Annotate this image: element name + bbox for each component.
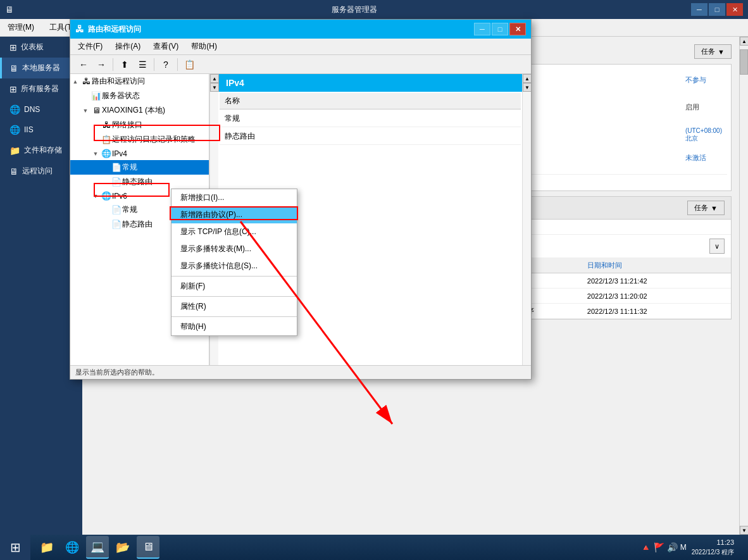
tree-item[interactable]: ▼ 🖥 XIAOXING1 (本地): [70, 103, 209, 118]
rra-title-text: 路由和远程访问: [88, 24, 141, 35]
toolbar-view-btn[interactable]: ☰: [134, 58, 151, 72]
prop-value2[interactable]: 不参与: [680, 68, 727, 91]
taskbar-date: 2022/12/3 程序: [692, 548, 734, 557]
tree-item[interactable]: ▲ 🖧 路由和远程访问: [70, 74, 209, 89]
ctx-refresh[interactable]: 刷新(F): [171, 278, 297, 295]
taskbar-pinned-icons: 📁 🌐 💻 📂 🖥: [30, 536, 165, 559]
rra-content-row[interactable]: 常规: [220, 111, 521, 127]
tree-scroll-up[interactable]: ▲: [210, 74, 219, 83]
windows-icon: ⊞: [10, 540, 21, 555]
scroll-up-btn[interactable]: ▲: [740, 37, 748, 46]
tree-expand-icon: ▼: [90, 193, 101, 199]
sm-title-icon: 🖥: [5, 4, 14, 15]
rra-row-name: 常规: [220, 111, 521, 127]
sm-titlebar: 🖥 服务器管理器 ─ □ ✕: [0, 0, 748, 19]
rra-menu-file[interactable]: 文件(F): [75, 40, 105, 53]
tree-item[interactable]: 📋 远程访问日志记录和策略: [70, 132, 209, 147]
ctx-new-interface[interactable]: 新增接口(I)...: [171, 189, 297, 206]
rra-restore-btn[interactable]: □: [492, 23, 508, 35]
taskbar-network-icon: 🔺: [640, 542, 651, 552]
ctx-help[interactable]: 帮助(H): [171, 318, 297, 335]
sm-maximize-btn[interactable]: □: [709, 3, 725, 16]
tree-item-icon: 📄: [111, 205, 122, 215]
tree-item-icon: 📋: [101, 135, 112, 144]
tree-item-label: 服务器状态: [102, 90, 206, 101]
rra-menu-action[interactable]: 操作(A): [113, 40, 143, 53]
tree-item-label: 网络接口: [112, 120, 206, 130]
tree-item[interactable]: 📄 静态路由: [70, 175, 209, 189]
tree-scroll-down[interactable]: ▼: [210, 83, 219, 92]
sm-minimize-btn[interactable]: ─: [691, 3, 707, 16]
rra-scroll-down[interactable]: ▼: [523, 83, 531, 92]
sidebar-item-label: 所有服务器: [21, 84, 59, 94]
main-scrollbar[interactable]: ▲ ▼: [739, 37, 748, 535]
taskbar-powershell[interactable]: 💻: [86, 536, 109, 559]
toolbar-sep3: [177, 58, 178, 71]
tree-item[interactable]: 🖧 网络接口: [70, 118, 209, 132]
sm-menu-manage[interactable]: 管理(M): [5, 21, 37, 34]
tree-item[interactable]: 📊 服务器状态: [70, 89, 209, 103]
iis-icon: 🌐: [9, 125, 20, 135]
rra-body: ▲ 🖧 路由和远程访问 📊 服务器状态 ▼ 🖥 XIAOXING1 (本地) 🖧…: [70, 74, 531, 365]
rra-menu-view[interactable]: 查看(V): [151, 40, 181, 53]
rra-content-header: IPv4: [218, 74, 522, 92]
files-icon: 📁: [9, 146, 20, 156]
tree-item-icon: 📄: [111, 177, 122, 187]
ctx-show-multicast-table[interactable]: 显示多播转发表(M)...: [171, 240, 297, 258]
start-button[interactable]: ⊞: [0, 535, 30, 560]
event-datetime: 2022/12/3 11:21:42: [582, 273, 731, 289]
tree-item-icon: 🖧: [101, 120, 112, 130]
rra-content-row[interactable]: 静态路由: [220, 128, 521, 145]
ctx-show-multicast-stats[interactable]: 显示多播统计信息(S)...: [171, 258, 297, 275]
taskbar-clock[interactable]: 11:23 2022/12/3 程序: [692, 538, 734, 556]
sm-win-controls: ─ □ ✕: [691, 3, 743, 16]
tree-item-icon: 📄: [111, 163, 122, 172]
events-task-button[interactable]: 任务 ▼: [687, 201, 725, 215]
tree-item-label: XIAOXING1 (本地): [102, 105, 206, 116]
taskbar-ie[interactable]: 🌐: [61, 536, 84, 559]
event-datetime: 2022/12/3 11:20:02: [582, 289, 731, 304]
tree-item-label: 静态路由: [122, 177, 206, 187]
tree-item-icon: 🌐: [101, 149, 112, 158]
ctx-new-protocol[interactable]: 新增路由协议(P)...: [171, 206, 297, 223]
scroll-down-btn[interactable]: ▼: [740, 526, 748, 535]
ctx-show-tcp[interactable]: 显示 TCP/IP 信息(C)...: [171, 223, 297, 240]
tree-item-icon: 📊: [90, 91, 102, 101]
scroll-thumb[interactable]: [740, 49, 748, 75]
toolbar-help-btn[interactable]: ?: [158, 58, 174, 72]
task-button-top[interactable]: 任务 ▼: [694, 44, 732, 59]
tree-item-icon: 🌐: [101, 191, 112, 201]
toolbar-up-btn[interactable]: ⬆: [116, 58, 133, 72]
tree-item[interactable]: ▼ 🌐 IPv4: [70, 147, 209, 160]
all-servers-icon: ⊞: [9, 84, 17, 94]
rra-minimize-btn[interactable]: ─: [474, 23, 490, 35]
taskbar-file-explorer[interactable]: 📁: [35, 536, 58, 559]
col-datetime: 日期和时间: [582, 258, 731, 273]
ctx-properties[interactable]: 属性(R): [171, 298, 297, 315]
prop-value[interactable]: 未激活: [680, 146, 727, 169]
rra-scroll-up[interactable]: ▲: [523, 74, 531, 83]
tree-item-icon: 📄: [111, 220, 122, 229]
events-task-dropdown-icon: ▼: [711, 204, 718, 212]
prop-value[interactable]: (UTC+08:00)北京: [680, 123, 727, 146]
rra-main-scrollbar[interactable]: ▲ ▼: [522, 74, 531, 365]
sidebar-item-label: 仪表板: [21, 42, 44, 53]
toolbar-forward-btn[interactable]: →: [93, 58, 109, 72]
rra-statusbar: 显示当前所选内容的帮助。: [70, 365, 531, 379]
toolbar-extra-btn[interactable]: 📋: [181, 58, 197, 72]
rra-menu-help[interactable]: 帮助(H): [189, 40, 220, 53]
rra-row-name: 静态路由: [220, 128, 521, 145]
sm-close-btn[interactable]: ✕: [726, 3, 743, 16]
rra-close-btn[interactable]: ✕: [509, 23, 526, 35]
expand-btn[interactable]: ∨: [709, 239, 725, 254]
taskbar-explorer2[interactable]: 📂: [111, 536, 134, 559]
rra-title-icon: 🖧: [75, 24, 84, 34]
statusbar-text: 显示当前所选内容的帮助。: [75, 368, 159, 377]
tree-item[interactable]: 📄 常规: [70, 160, 209, 175]
tree-item-label: IPv4: [112, 149, 206, 158]
ctx-sep3: [171, 316, 297, 317]
toolbar-back-btn[interactable]: ←: [75, 58, 92, 72]
context-menu: 新增接口(I)... 新增路由协议(P)... 显示 TCP/IP 信息(C).…: [171, 189, 297, 336]
taskbar-server-manager[interactable]: 🖥: [137, 536, 159, 559]
sidebar-item-label: IIS: [24, 125, 34, 134]
